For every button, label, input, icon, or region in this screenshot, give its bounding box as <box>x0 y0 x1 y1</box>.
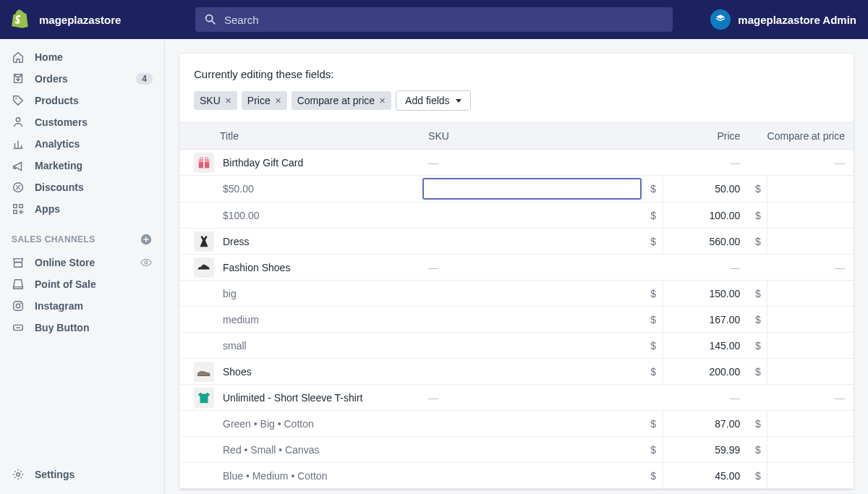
sku-input[interactable] <box>422 178 642 200</box>
sidebar-item-home[interactable]: Home <box>0 46 164 68</box>
remove-chip-icon[interactable]: ✕ <box>275 96 281 106</box>
svg-rect-21 <box>197 375 210 375</box>
sku-cell[interactable] <box>420 203 644 229</box>
home-icon <box>12 51 25 64</box>
account-menu[interactable]: mageplazastore Admin <box>710 9 856 30</box>
price-value: 50.00 <box>663 183 749 195</box>
variant-title-cell[interactable]: medium <box>179 314 420 325</box>
sku-cell[interactable] <box>420 463 644 489</box>
currency-symbol: $ <box>644 203 663 228</box>
sidebar-item-marketing[interactable]: Marketing <box>0 155 164 176</box>
column-header-sku: SKU <box>420 123 644 150</box>
sidebar-item-online-store[interactable]: Online Store <box>0 252 164 273</box>
variant-title-cell[interactable]: Red • Small • Canvas <box>179 444 420 456</box>
price-cell[interactable]: $167.00 <box>644 307 749 333</box>
price-cell[interactable]: $ <box>749 359 854 385</box>
products-icon <box>12 94 25 107</box>
table-row: Dress$560.00$ <box>179 229 854 255</box>
price-cell[interactable]: $50.00 <box>644 176 749 203</box>
svg-rect-20 <box>198 269 210 271</box>
price-cell[interactable]: $ <box>749 229 854 255</box>
product-title: Dress <box>223 236 250 247</box>
price-value: 200.00 <box>663 366 749 378</box>
currency-symbol: $ <box>644 176 663 202</box>
price-cell[interactable]: $100.00 <box>644 203 749 229</box>
currency-symbol: $ <box>644 463 663 488</box>
pos-icon <box>12 278 25 291</box>
search-input[interactable] <box>195 7 673 32</box>
variant-title-cell[interactable]: small <box>179 340 420 352</box>
product-thumbnail <box>194 362 214 382</box>
product-title-cell[interactable]: Shoes <box>179 362 420 382</box>
product-title-cell[interactable]: Dress <box>179 231 420 252</box>
price-cell[interactable]: $150.00 <box>644 281 749 307</box>
sidebar-item-products[interactable]: Products <box>0 90 164 111</box>
add-channel-icon[interactable] <box>140 233 153 246</box>
product-title-cell[interactable]: Fashion Shoes <box>179 257 420 278</box>
search-icon <box>204 13 217 26</box>
currency-symbol: $ <box>749 411 767 436</box>
price-cell[interactable]: $87.00 <box>644 411 749 437</box>
currency-symbol: $ <box>749 333 767 358</box>
price-cell[interactable]: $ <box>749 463 854 489</box>
variant-title-cell[interactable]: Green • Big • Cotton <box>179 418 420 430</box>
eye-icon[interactable] <box>140 256 153 269</box>
sidebar-item-pos[interactable]: Point of Sale <box>0 273 164 295</box>
svg-rect-6 <box>20 205 23 208</box>
variant-title-cell[interactable]: $100.00 <box>179 210 420 221</box>
price-cell[interactable]: $560.00 <box>644 229 749 255</box>
sku-cell[interactable] <box>420 359 644 385</box>
product-title-cell[interactable]: Birthday Gift Card <box>179 153 420 173</box>
editing-fields-label: Currently editing these fields: <box>194 68 839 80</box>
sku-cell[interactable] <box>420 411 644 437</box>
price-cell[interactable]: $ <box>749 411 854 437</box>
price-cell[interactable]: $ <box>749 307 854 333</box>
add-fields-label: Add fields <box>405 95 449 106</box>
svg-point-3 <box>16 185 17 187</box>
variant-title-cell[interactable]: Blue • Medium • Cotton <box>179 470 420 482</box>
price-value: 145.00 <box>663 340 749 352</box>
chip-label: SKU <box>200 95 221 106</box>
remove-chip-icon[interactable]: ✕ <box>225 96 231 106</box>
sidebar-item-customers[interactable]: Customers <box>0 111 164 133</box>
variant-title-cell[interactable]: $50.00 <box>179 183 420 195</box>
svg-point-0 <box>15 98 17 99</box>
sidebar-item-settings[interactable]: Settings <box>0 464 164 485</box>
field-chip-price[interactable]: Price✕ <box>242 91 287 110</box>
price-cell[interactable]: $59.99 <box>644 437 749 463</box>
price-cell[interactable]: $ <box>749 176 854 203</box>
field-chip-compare-at-price[interactable]: Compare at price✕ <box>292 91 391 110</box>
sidebar-item-orders[interactable]: Orders 4 <box>0 68 164 90</box>
variant-title: Green • Big • Cotton <box>223 418 314 430</box>
sales-channels-header: SALES CHANNELS <box>12 234 95 244</box>
field-chip-sku[interactable]: SKU✕ <box>194 91 237 110</box>
sku-cell[interactable] <box>420 437 644 463</box>
sku-cell[interactable] <box>420 333 644 359</box>
price-cell[interactable]: $ <box>749 437 854 463</box>
price-cell[interactable]: $45.00 <box>644 463 749 489</box>
sidebar-item-label: Orders <box>35 73 126 85</box>
sku-cell[interactable] <box>420 229 644 255</box>
variant-title-cell[interactable]: big <box>179 288 420 299</box>
price-cell[interactable]: $ <box>749 203 854 229</box>
sidebar-item-label: Online Store <box>35 257 153 268</box>
discounts-icon <box>12 181 25 194</box>
sidebar-item-buy-button[interactable]: Buy Button <box>0 317 164 338</box>
sidebar-item-analytics[interactable]: Analytics <box>0 133 164 155</box>
sidebar-item-label: Products <box>35 95 153 106</box>
price-cell[interactable]: $145.00 <box>644 333 749 359</box>
remove-chip-icon[interactable]: ✕ <box>379 96 386 106</box>
variant-title: Blue • Medium • Cotton <box>223 470 327 482</box>
sidebar-item-instagram[interactable]: Instagram <box>0 295 164 317</box>
add-fields-button[interactable]: Add fields <box>396 90 470 111</box>
currency-symbol: $ <box>644 437 663 462</box>
price-cell[interactable]: $ <box>749 281 854 307</box>
sku-cell[interactable] <box>420 307 644 333</box>
sidebar-item-discounts[interactable]: Discounts <box>0 176 164 198</box>
product-title-cell[interactable]: Unlimited - Short Sleeve T-shirt <box>179 388 420 408</box>
currency-symbol: $ <box>644 281 663 306</box>
price-cell[interactable]: $200.00 <box>644 359 749 385</box>
sku-cell[interactable] <box>420 281 644 307</box>
sidebar-item-apps[interactable]: Apps <box>0 198 164 220</box>
price-cell[interactable]: $ <box>749 333 854 359</box>
